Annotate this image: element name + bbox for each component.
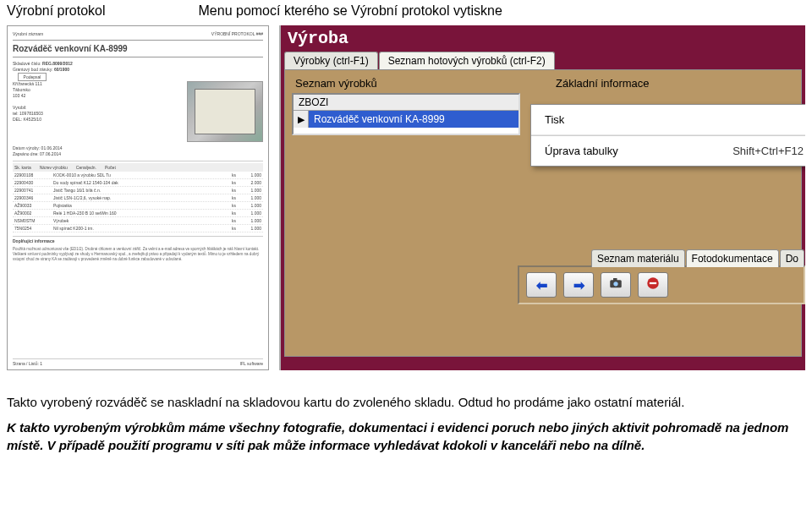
cell: Nil spínač K200-1 tm. [53,226,212,231]
cell: 75N0254 [14,226,45,231]
doc-th-3: Cena/jedn. [76,165,96,170]
svg-rect-4 [650,282,656,284]
info-label: Základní informace [554,75,794,95]
doc-supp-title: Doplňující informace [13,238,54,243]
document-preview: Výrobní záznam VÝROBNÍ PROTOKOL ### Rozv… [7,25,269,370]
cell: 1.000 [244,172,261,178]
doc-top-left: Výrobní záznam [13,31,43,36]
doc-status: 60/1900 [54,67,69,72]
doc-th-1: Sk. karta [14,165,31,170]
list-row-selected[interactable]: ▶ Rozváděč venkovní KA-8999 [294,111,518,128]
menu-item-shortcut: Shift+Ctrl+F12 [732,145,804,157]
cell: 1.000 [244,188,261,193]
cell: Jistič Tango 16/1 bílá č.n. [53,188,212,193]
app-window: Výroba Výrobky (ctrl-F1) Seznam hotových… [279,25,805,370]
subtab-do[interactable]: Do [780,249,804,267]
tabbar: Výrobky (ctrl-F1) Seznam hotových výrobk… [281,52,805,69]
cell: Pojistatka [53,203,212,208]
camera-icon [608,276,623,294]
svg-point-1 [613,282,617,286]
tab-seznam-hotovych[interactable]: Seznam hotových výrobků (ctrl-F2) [379,52,555,69]
cell: ks [221,211,236,216]
cell: 22900430 [14,180,45,185]
doc-meta-3: DEL: K4525/10 [13,117,43,123]
doc-meta-2: tel: 1097816503 [13,111,43,117]
cell: 22900346 [14,195,45,200]
arrow-left-icon: ⬅ [536,277,547,293]
delete-icon [645,276,661,294]
menu-item-uprava-tabulky[interactable]: Úprava tabulky Shift+Ctrl+F12 [531,136,805,166]
subtab-seznam-materialu[interactable]: Seznam materiálu [591,249,685,267]
doc-date-2: Zapsáno dne: 07.06.2014 [13,151,263,157]
doc-top-right: VÝROBNÍ PROTOKOL ### [211,31,263,36]
doc-addr-3: 103 42 [13,93,43,99]
svg-rect-2 [613,278,617,281]
page-title-right: Menu pomocí kterého se Výrobní protokol … [199,3,502,19]
cell: AŽ90002 [14,211,45,216]
menu-item-tisk[interactable]: Tisk [531,105,805,135]
cell: 1.000 [244,218,261,223]
cell: ks [221,188,236,193]
prev-button[interactable]: ⬅ [526,272,557,298]
cell: ks [221,203,236,208]
next-button[interactable]: ➡ [563,272,594,298]
cell: 2.000 [244,180,261,185]
footer-description: Takto vyrobený rozváděč se naskladní na … [0,370,812,469]
doc-status-label: Grantový bod záruky: [13,67,53,72]
doc-th-2: Název výrobku [40,165,68,170]
cell: ks [221,180,236,185]
subtab-fotodokumentace[interactable]: Fotodokumentace [686,249,779,267]
context-menu[interactable]: Tisk Úprava tabulky Shift+Ctrl+F12 [530,104,805,167]
row-selected-text[interactable]: Rozváděč venkovní KA-8999 [309,111,518,128]
product-listbox[interactable]: ZBOZI ▶ Rozváděč venkovní KA-8999 [292,93,520,135]
list-header[interactable]: ZBOZI [294,95,518,111]
photo-button[interactable] [601,272,631,298]
cell: ks [221,195,236,200]
cell: 22900108 [14,172,45,178]
doc-paragraph: Použitá možnost odmontovat vše (ED1/2). … [13,247,263,262]
app-title: Výroba [288,29,348,48]
menu-item-label: Úprava tabulky [545,145,618,157]
footer-p1: Takto vyrobený rozváděč se naskladní na … [7,394,805,411]
cell: ks [221,218,236,223]
cell: 1.000 [244,203,261,208]
cell: 1.000 [244,211,261,216]
cell: KODK-0010 a výrobku SDL Tu [53,172,212,178]
doc-date-1: Datum výroby: 01.06.2014 [13,145,263,151]
cell: Jistič LSN-1C/2,6, vysoké nap. [53,195,212,200]
list-label: Seznam výrobků [292,75,520,93]
doc-footer-right: IFL software [240,361,263,366]
arrow-right-icon: ➡ [573,277,584,293]
cell: NSM0STM [14,218,45,223]
doc-meta-1: Vyrobil: [13,105,43,111]
row-marker-icon: ▶ [294,111,309,128]
cell: ks [221,226,236,231]
tab-vyrobky[interactable]: Výrobky (ctrl-F1) [284,52,378,69]
page-title-left: Výrobní protokol [7,3,106,19]
cell: ks [221,172,236,178]
cell: 1.000 [244,195,261,200]
cell: AŽ90033 [14,203,45,208]
cell: Relé 1 HDA-230 B 10 setWin 160 [53,211,212,216]
footer-p2: K takto vyrobeným výrobkům máme všechny … [7,419,805,454]
toolbar: ⬅ ➡ [518,265,805,304]
cell: 22900741 [14,188,45,193]
content-pane: Seznam výrobků ZBOZI ▶ Rozváděč venkovní… [284,69,802,357]
doc-addr-1: Křížanecká 111 [13,81,43,87]
doc-addr-2: Táborsko [13,87,43,93]
cell: Výrobek [53,218,212,223]
doc-item-code-label: Skladové číslo: [13,61,41,66]
menu-item-label: Tisk [545,113,564,126]
cell: Do vody spínač K12 1540-104 dak [53,180,212,185]
doc-footer-left: Strana / Listů: 1 [13,361,42,366]
doc-title: Rozváděč venkovní KA-8999 [13,44,128,53]
doc-photo [187,81,263,142]
doc-item-code: REG.8099/2012 [42,61,73,66]
doc-badge: Podepsal [18,73,47,81]
cell: 1.000 [244,226,261,231]
doc-th-4: Počet [105,165,116,170]
delete-button[interactable] [638,272,668,298]
subtab-bar: Seznam materiálu Fotodokumentace Do [591,249,805,267]
